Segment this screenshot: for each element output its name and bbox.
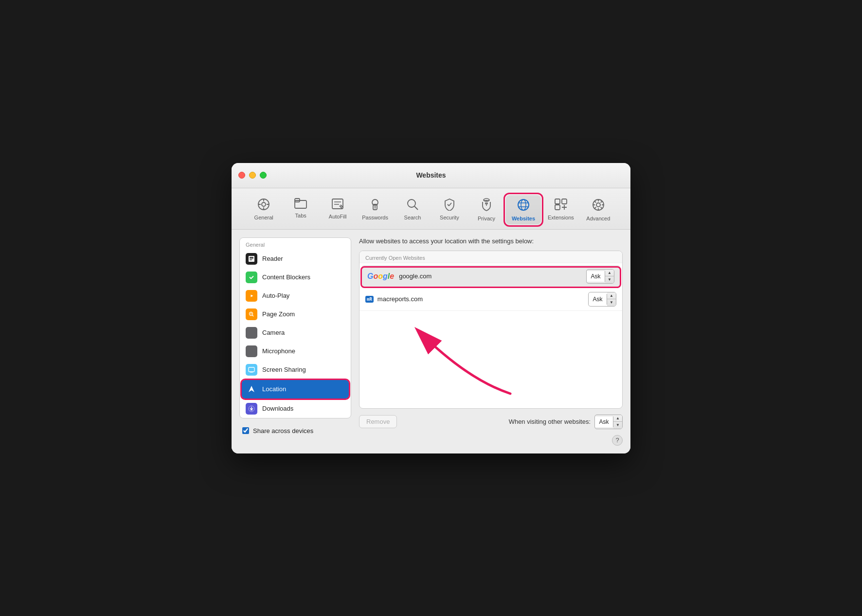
- sidebar-item-reader[interactable]: Reader: [240, 250, 351, 268]
- svg-marker-52: [253, 331, 254, 334]
- other-websites-value: Ask: [595, 417, 613, 427]
- sidebar-item-location[interactable]: Location: [242, 380, 349, 399]
- svg-rect-28: [555, 205, 560, 210]
- main-panel: Allow websites to access your location w…: [359, 237, 623, 446]
- downloads-label: Downloads: [262, 405, 293, 412]
- traffic-lights: [238, 172, 267, 179]
- macreports-select-arrows[interactable]: ▲ ▼: [607, 292, 616, 306]
- svg-rect-53: [251, 348, 252, 352]
- tabs-label: Tabs: [295, 213, 306, 218]
- svg-line-36: [600, 207, 602, 208]
- macreports-site-name: macreports.com: [377, 295, 584, 303]
- preferences-window: Websites General: [232, 163, 630, 453]
- privacy-icon: [480, 198, 493, 214]
- reader-icon: [246, 253, 257, 265]
- autofill-label: AutoFill: [329, 214, 347, 219]
- toolbar-item-security[interactable]: Security: [432, 195, 467, 224]
- toolbar-item-autofill[interactable]: AutoFill: [320, 195, 355, 224]
- svg-rect-56: [249, 367, 254, 372]
- titlebar: Websites: [232, 163, 630, 188]
- passwords-icon: [370, 198, 380, 213]
- other-websites-arrow-down[interactable]: ▼: [613, 422, 622, 429]
- toolbar-item-websites[interactable]: Websites: [506, 195, 541, 224]
- currently-open-header: Currently Open Websites: [359, 251, 622, 263]
- websites-icon: [517, 198, 530, 214]
- downloads-icon: [246, 403, 257, 415]
- google-site-name: google.com: [399, 272, 582, 280]
- bottom-row: Remove When visiting other websites: Ask…: [359, 415, 623, 429]
- screen-sharing-label: Screen Sharing: [262, 366, 306, 373]
- toolbar-item-passwords[interactable]: Passwords: [357, 195, 393, 224]
- minimize-button[interactable]: [249, 172, 256, 179]
- privacy-label: Privacy: [478, 216, 495, 221]
- search-icon: [406, 198, 419, 213]
- help-button[interactable]: ?: [612, 435, 623, 446]
- advanced-label: Advanced: [586, 216, 610, 221]
- sidebar-item-screen-sharing[interactable]: Screen Sharing: [240, 361, 351, 379]
- tabs-icon: [294, 198, 307, 211]
- camera-icon: [246, 327, 257, 339]
- svg-point-22: [518, 199, 529, 210]
- toolbar-item-general[interactable]: General: [246, 195, 281, 224]
- content-blockers-icon: [246, 272, 257, 283]
- google-arrow-up[interactable]: ▲: [605, 270, 614, 277]
- sidebar-item-content-blockers[interactable]: Content Blockers: [240, 268, 351, 287]
- location-label: Location: [262, 385, 286, 393]
- other-websites-row: When visiting other websites: Ask ▲ ▼: [509, 415, 623, 429]
- security-label: Security: [440, 215, 459, 220]
- close-button[interactable]: [238, 172, 245, 179]
- reader-label: Reader: [262, 255, 283, 262]
- share-label: Share across devices: [253, 427, 313, 435]
- google-arrow-down[interactable]: ▼: [605, 276, 614, 283]
- website-row-macreports: mR macreports.com Ask ▲ ▼: [359, 288, 622, 311]
- google-icon: Google: [367, 272, 394, 281]
- sidebar: General Reader: [239, 237, 351, 446]
- other-websites-arrows[interactable]: ▲ ▼: [613, 415, 622, 429]
- content-area: General Reader: [232, 230, 630, 453]
- microphone-label: Microphone: [262, 347, 295, 355]
- svg-point-15: [375, 206, 376, 207]
- window-title: Websites: [416, 171, 446, 179]
- other-websites-select[interactable]: Ask ▲ ▼: [594, 415, 623, 429]
- auto-play-label: Auto-Play: [262, 292, 289, 299]
- sidebar-item-page-zoom[interactable]: Page Zoom: [240, 305, 351, 324]
- passwords-label: Passwords: [362, 215, 388, 220]
- svg-point-1: [262, 202, 266, 206]
- page-zoom-icon: [246, 308, 257, 320]
- toolbar-item-extensions[interactable]: Extensions: [543, 195, 579, 224]
- macreports-select[interactable]: Ask ▲ ▼: [588, 292, 616, 307]
- maximize-button[interactable]: [260, 172, 267, 179]
- annotation-arrow: [369, 316, 535, 403]
- svg-rect-40: [250, 257, 253, 258]
- screen-sharing-icon: [246, 364, 257, 376]
- camera-label: Camera: [262, 329, 285, 336]
- sidebar-item-camera[interactable]: Camera: [240, 324, 351, 342]
- svg-line-35: [594, 201, 596, 202]
- toolbar-item-search[interactable]: Search: [395, 195, 430, 224]
- toolbar-item-advanced[interactable]: Advanced: [581, 195, 616, 224]
- sidebar-item-auto-play[interactable]: Auto-Play: [240, 287, 351, 305]
- macreports-arrow-down[interactable]: ▼: [607, 299, 616, 306]
- sidebar-item-downloads[interactable]: Downloads: [240, 399, 351, 418]
- sidebar-item-microphone[interactable]: Microphone: [240, 342, 351, 361]
- google-select-arrows[interactable]: ▲ ▼: [605, 270, 614, 283]
- toolbar-item-tabs[interactable]: Tabs: [283, 195, 318, 224]
- page-zoom-label: Page Zoom: [262, 310, 295, 318]
- content-blockers-label: Content Blockers: [262, 273, 310, 281]
- remove-button[interactable]: Remove: [359, 415, 397, 428]
- svg-marker-59: [249, 386, 254, 392]
- share-checkbox[interactable]: [242, 427, 249, 434]
- website-row-google: Google google.com Ask ▲ ▼: [361, 265, 620, 288]
- svg-rect-41: [250, 258, 253, 259]
- location-icon: [246, 383, 257, 395]
- svg-point-23: [521, 199, 526, 210]
- toolbar-item-privacy[interactable]: Privacy: [469, 195, 504, 224]
- extensions-label: Extensions: [548, 215, 574, 220]
- security-icon: [444, 198, 455, 213]
- google-select[interactable]: Ask ▲ ▼: [586, 269, 614, 284]
- macreports-arrow-up[interactable]: ▲: [607, 292, 616, 300]
- other-websites-arrow-up[interactable]: ▲: [613, 415, 622, 422]
- macreports-icon: mR: [365, 296, 374, 303]
- general-label: General: [254, 215, 273, 220]
- websites-label: Websites: [512, 216, 535, 221]
